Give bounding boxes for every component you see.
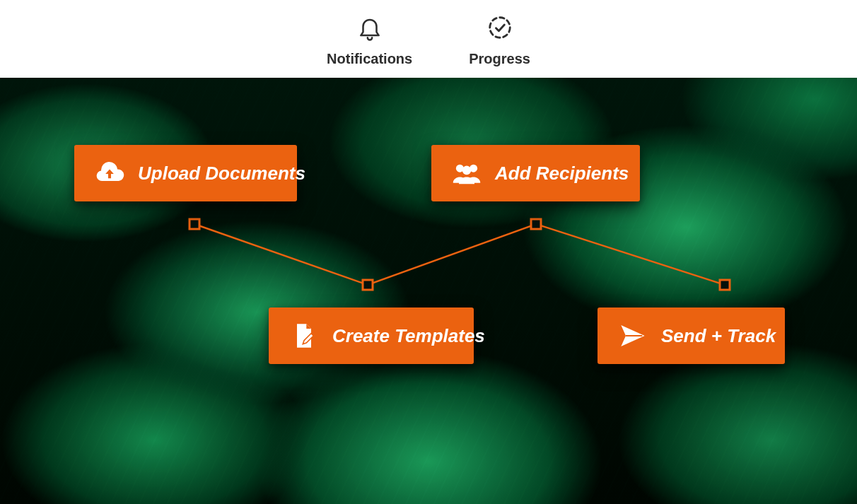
svg-point-7 xyxy=(462,166,472,175)
progress-label: Progress xyxy=(469,51,530,67)
leaf-background xyxy=(0,78,857,504)
svg-point-0 xyxy=(489,17,510,37)
upload-documents-label: Upload Documents xyxy=(138,163,305,184)
notifications-tab[interactable]: Notifications xyxy=(327,11,412,67)
cloud-upload-icon xyxy=(94,158,125,189)
progress-icon xyxy=(484,11,516,44)
send-icon xyxy=(617,320,648,351)
notifications-label: Notifications xyxy=(327,51,412,67)
progress-tab[interactable]: Progress xyxy=(469,11,530,67)
send-track-label: Send + Track xyxy=(661,325,776,347)
upload-documents-card[interactable]: Upload Documents xyxy=(74,145,297,201)
create-templates-card[interactable]: Create Templates xyxy=(269,307,474,364)
bell-icon xyxy=(354,11,386,44)
create-templates-label: Create Templates xyxy=(332,325,485,347)
doc-edit-icon xyxy=(288,320,320,351)
add-recipients-label: Add Recipients xyxy=(495,163,629,184)
send-track-card[interactable]: Send + Track xyxy=(597,307,785,364)
users-icon xyxy=(451,158,482,189)
hero-panel: Upload Documents Create Templates Add Re… xyxy=(0,78,857,504)
topbar: Notifications Progress xyxy=(0,0,857,78)
add-recipients-card[interactable]: Add Recipients xyxy=(431,145,640,201)
